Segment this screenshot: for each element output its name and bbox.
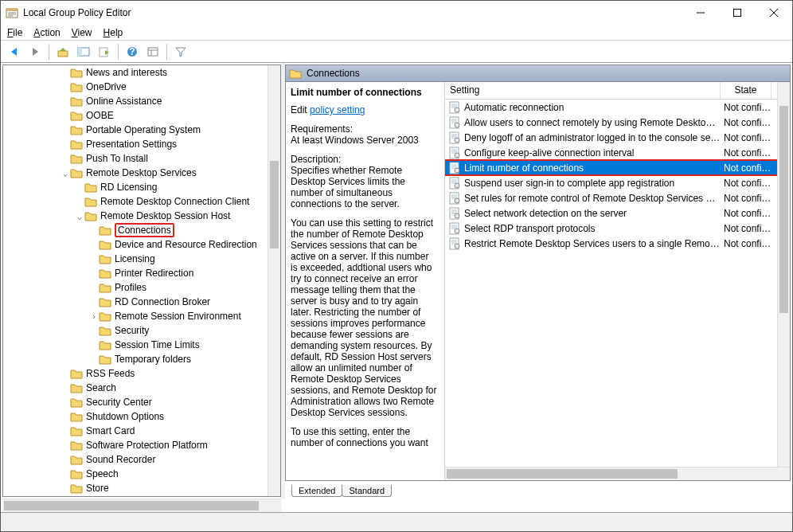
policy-setting-link[interactable]: policy setting	[310, 104, 365, 115]
requirements-label: Requirements:	[291, 123, 438, 135]
folder-icon	[289, 68, 302, 79]
setting-name: Select network detection on the server	[464, 208, 627, 219]
tree-item[interactable]: Search	[3, 381, 280, 395]
tree-item[interactable]: Portable Operating System	[3, 123, 280, 137]
menu-view[interactable]: View	[72, 27, 92, 38]
minimize-button[interactable]	[682, 1, 719, 25]
tree-scrollbar[interactable]	[268, 65, 280, 496]
tree-item[interactable]: Profiles	[3, 280, 280, 295]
forward-button[interactable]	[26, 43, 44, 61]
up-button[interactable]	[54, 43, 72, 61]
tree-item[interactable]: RD Licensing	[3, 180, 280, 194]
description-label: Description:	[291, 154, 438, 165]
list-row[interactable]: Limit number of connectionsNot configur	[445, 160, 790, 175]
tree-item[interactable]: Connections	[3, 223, 280, 237]
tree-item[interactable]: Store	[3, 481, 280, 495]
list-row[interactable]: Select RDP transport protocolsNot config…	[445, 221, 790, 236]
tree-item[interactable]: Shutdown Options	[3, 409, 280, 424]
svg-rect-9	[148, 48, 158, 56]
col-setting[interactable]: Setting	[445, 82, 721, 99]
svg-rect-2	[734, 10, 741, 17]
list-row[interactable]: Automatic reconnectionNot configur	[445, 100, 790, 115]
description-text-1: Specifies whether Remote Desktop Service…	[291, 165, 438, 209]
menu-action[interactable]: Action	[33, 27, 60, 38]
menu-help[interactable]: Help	[104, 27, 123, 38]
list-row[interactable]: Set rules for remote control of Remote D…	[445, 190, 790, 205]
export-button[interactable]	[96, 43, 113, 61]
tree-item[interactable]: Session Time Limits	[3, 338, 280, 352]
svg-rect-5	[78, 48, 82, 56]
content-area: News and interestsOneDriveOnline Assista…	[1, 63, 792, 499]
properties-button[interactable]	[144, 43, 162, 61]
list-row[interactable]: Restrict Remote Desktop Services users t…	[445, 236, 790, 251]
tree-item[interactable]: OOBE	[3, 108, 280, 123]
tab-extended[interactable]: Extended	[291, 485, 342, 497]
tree-item[interactable]: Licensing	[3, 252, 280, 266]
expand-icon[interactable]: ›	[89, 312, 99, 321]
tree-pane[interactable]: News and interestsOneDriveOnline Assista…	[2, 65, 281, 497]
tree-item[interactable]: Security Center	[3, 395, 280, 409]
tree-label: Speech	[86, 468, 119, 479]
list-row[interactable]: Configure keep-alive connection interval…	[445, 145, 790, 160]
back-button[interactable]	[6, 43, 23, 61]
list-row[interactable]: Suspend user sign-in to complete app reg…	[445, 175, 790, 190]
tree-item[interactable]: Security	[3, 323, 280, 338]
help-button[interactable]: ?	[123, 43, 141, 61]
tree-label: Store	[86, 483, 109, 494]
list-row[interactable]: Deny logoff of an administrator logged i…	[445, 130, 790, 145]
setting-name: Set rules for remote control of Remote D…	[464, 193, 721, 204]
tree-label: RD Connection Broker	[115, 296, 210, 307]
svg-point-21	[455, 168, 459, 173]
tree-item[interactable]: Push To Install	[3, 151, 280, 166]
statusbar	[1, 512, 792, 531]
tree-item[interactable]: ⌄Remote Desktop Session Host	[3, 209, 280, 223]
tree-label: Device and Resource Redirection	[115, 239, 257, 250]
setting-state: Not configur	[721, 132, 772, 143]
tree-item[interactable]: Software Protection Platform	[3, 438, 280, 452]
tree-item[interactable]: Temporary folders	[3, 352, 280, 366]
tree-item[interactable]: Presentation Settings	[3, 137, 280, 151]
tree-item[interactable]: ›Remote Session Environment	[3, 309, 280, 323]
col-state[interactable]: State	[721, 82, 772, 99]
list-scrollbar-v[interactable]	[777, 82, 790, 467]
requirements-text: At least Windows Server 2003	[291, 135, 438, 146]
tree-label: News and interests	[86, 67, 167, 78]
setting-state: Not configur	[721, 162, 772, 174]
policy-title: Limit number of connections	[291, 87, 438, 98]
maximize-button[interactable]	[719, 1, 756, 25]
collapse-icon[interactable]: ⌄	[75, 212, 84, 221]
tree-item[interactable]: Sound Recorder	[3, 452, 280, 467]
view-tabs: Extended Standard	[285, 481, 791, 497]
tree-item[interactable]: ⌄Remote Desktop Services	[3, 166, 280, 180]
tree-item[interactable]: Device and Resource Redirection	[3, 237, 280, 252]
tree-label: Software Protection Platform	[86, 440, 208, 451]
list-row[interactable]: Allow users to connect remotely by using…	[445, 115, 790, 130]
tree-item[interactable]: Smart Card	[3, 424, 280, 438]
tree-label: Remote Desktop Services	[86, 167, 197, 178]
menu-file[interactable]: File	[7, 27, 22, 38]
show-hide-tree-button[interactable]	[75, 43, 92, 61]
tree-label: Remote Desktop Connection Client	[100, 196, 249, 207]
setting-state: Not configur	[721, 178, 772, 189]
app-window: Local Group Policy Editor File Action Vi…	[0, 0, 793, 532]
tree-item[interactable]: News and interests	[3, 65, 280, 80]
tree-item[interactable]: RD Connection Broker	[3, 295, 280, 309]
collapse-icon[interactable]: ⌄	[61, 169, 70, 178]
tree-item[interactable]: Online Assistance	[3, 94, 280, 108]
tree-item[interactable]: Speech	[3, 467, 280, 481]
close-button[interactable]	[756, 1, 792, 25]
tab-standard[interactable]: Standard	[342, 485, 392, 497]
svg-point-29	[455, 229, 459, 233]
tree-label: RSS Feeds	[86, 368, 135, 379]
tree-item[interactable]: RSS Feeds	[3, 366, 280, 381]
tree-item[interactable]: Printer Redirection	[3, 266, 280, 280]
tree-item[interactable]: Remote Desktop Connection Client	[3, 194, 280, 209]
setting-state: Not configur	[721, 147, 772, 158]
filter-button[interactable]	[172, 43, 189, 61]
tree-scrollbar-h[interactable]	[2, 499, 281, 512]
tree-item[interactable]: OneDrive	[3, 80, 280, 94]
list-scrollbar-h[interactable]	[445, 467, 790, 480]
list-row[interactable]: Select network detection on the serverNo…	[445, 205, 790, 221]
tree-label: Online Assistance	[86, 96, 162, 107]
toolbar: ?	[1, 41, 792, 63]
